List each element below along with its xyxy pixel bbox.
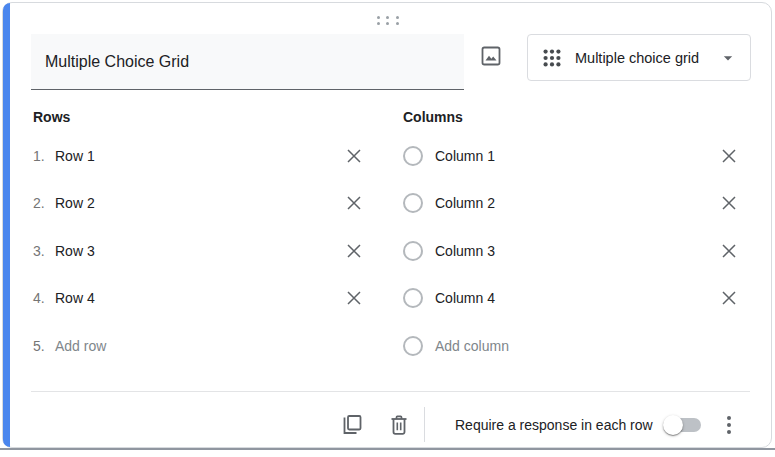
row-number: 1.: [33, 148, 55, 164]
row-label-input[interactable]: Row 3: [55, 243, 342, 259]
close-icon: [721, 148, 737, 164]
question-type-label: Multiple choice grid: [575, 50, 718, 66]
column-item: Add column: [403, 322, 741, 370]
close-icon: [721, 195, 737, 211]
columns-heading: Columns: [403, 109, 463, 125]
question-type-dropdown[interactable]: Multiple choice grid: [527, 34, 751, 81]
row-number: 5.: [33, 338, 55, 354]
question-editor: Multiple choice grid Rows Columns 1.Row …: [0, 0, 775, 457]
column-label-input[interactable]: Column 1: [435, 148, 717, 164]
remove-row-button[interactable]: [342, 144, 366, 168]
row-item: 4.Row 4: [33, 275, 366, 323]
trash-icon: [387, 413, 411, 437]
duplicate-icon: [339, 413, 363, 437]
row-item: 3.Row 3: [33, 227, 366, 275]
row-number: 3.: [33, 243, 55, 259]
close-icon: [346, 148, 362, 164]
add-image-button[interactable]: [473, 38, 509, 74]
radio-circle-icon: [403, 146, 423, 166]
radio-circle-icon: [403, 241, 423, 261]
column-label-input[interactable]: Column 4: [435, 290, 717, 306]
row-label-input[interactable]: Row 4: [55, 290, 342, 306]
delete-button[interactable]: [385, 411, 413, 439]
column-label-input[interactable]: Column 3: [435, 243, 717, 259]
question-title-input[interactable]: [31, 34, 464, 89]
close-icon: [721, 290, 737, 306]
row-label-input[interactable]: Row 1: [55, 148, 342, 164]
multiple-choice-grid-icon: [541, 47, 563, 69]
column-item: Column 4: [403, 275, 741, 323]
row-item: 5.Add row: [33, 322, 366, 370]
row-number: 2.: [33, 195, 55, 211]
remove-row-button[interactable]: [342, 191, 366, 215]
remove-column-button[interactable]: [717, 144, 741, 168]
chevron-down-icon: [718, 48, 738, 68]
duplicate-button[interactable]: [337, 411, 365, 439]
require-response-label: Require a response in each row: [455, 417, 653, 433]
radio-circle-icon: [403, 288, 423, 308]
drag-handle-icon[interactable]: [374, 14, 402, 26]
remove-row-button[interactable]: [342, 239, 366, 263]
row-number: 4.: [33, 290, 55, 306]
selected-question-indicator: [3, 3, 10, 447]
column-item: Column 2: [403, 180, 741, 228]
card-bottom-edge: [0, 448, 775, 450]
image-icon: [479, 44, 503, 68]
column-item: Column 1: [403, 132, 741, 180]
remove-column-button[interactable]: [717, 191, 741, 215]
column-label-input[interactable]: Column 2: [435, 195, 717, 211]
close-icon: [346, 243, 362, 259]
columns-list: Column 1Column 2Column 3Column 4Add colu…: [403, 132, 741, 370]
close-icon: [346, 195, 362, 211]
row-label-input[interactable]: Row 2: [55, 195, 342, 211]
require-response-toggle[interactable]: [661, 413, 705, 437]
radio-circle-icon: [403, 336, 423, 356]
rows-heading: Rows: [33, 109, 70, 125]
remove-row-button[interactable]: [342, 286, 366, 310]
close-icon: [346, 290, 362, 306]
more-options-button[interactable]: [715, 411, 743, 439]
question-card: Multiple choice grid Rows Columns 1.Row …: [2, 2, 772, 448]
column-item: Column 3: [403, 227, 741, 275]
footer-divider: [31, 391, 750, 392]
close-icon: [721, 243, 737, 259]
question-title-field: [31, 34, 464, 90]
remove-column-button[interactable]: [717, 239, 741, 263]
toggle-knob: [663, 415, 683, 435]
add-column-field[interactable]: Add column: [435, 338, 741, 354]
row-item: 1.Row 1: [33, 132, 366, 180]
add-row-field[interactable]: Add row: [55, 338, 366, 354]
footer-vertical-divider: [424, 407, 425, 442]
rows-list: 1.Row 12.Row 23.Row 34.Row 45.Add row: [33, 132, 366, 370]
row-item: 2.Row 2: [33, 180, 366, 228]
more-vert-icon: [727, 416, 731, 420]
radio-circle-icon: [403, 193, 423, 213]
remove-column-button[interactable]: [717, 286, 741, 310]
